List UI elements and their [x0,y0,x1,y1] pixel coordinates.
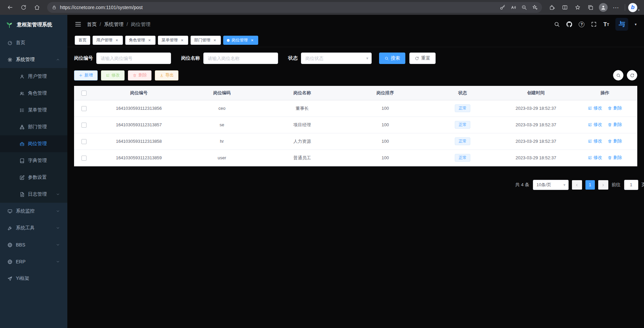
close-tab-icon[interactable]: × [114,38,119,43]
close-tab-icon[interactable]: × [212,38,217,43]
font-size-icon[interactable]: TT [603,22,609,27]
collections-icon[interactable] [584,2,597,13]
toggle-search-button[interactable] [613,70,623,80]
fullscreen-icon[interactable] [591,21,597,27]
tab-menus[interactable]: 菜单管理 × [158,36,188,45]
reset-button[interactable]: 重置 [409,53,436,64]
close-tab-icon[interactable]: × [250,38,255,43]
edit-icon [588,106,592,110]
row-checkbox[interactable] [81,139,87,144]
row-checkbox[interactable] [81,123,87,128]
main-content: 首页 / 系统管理 / 岗位管理 ? [67,15,644,328]
address-bar[interactable]: https://ccnetcore.com:1101/system/post [47,2,542,13]
breadcrumb-current: 岗位管理 [131,21,150,28]
add-favorite-icon[interactable] [530,3,540,12]
row-edit-button[interactable]: 修改 [588,138,602,144]
sidebar-item-monitor[interactable]: 系统监控 [0,203,67,220]
split-screen-icon[interactable] [559,2,571,13]
profile-avatar[interactable] [597,2,609,13]
next-page-button[interactable]: › [598,180,608,190]
browser-home-button[interactable] [31,2,43,13]
help-icon[interactable]: ? [579,22,584,27]
browser-back-button[interactable] [4,2,16,13]
header-search-icon[interactable] [554,21,560,27]
post-code-input[interactable] [96,53,171,64]
sidebar-item-label: 岗位管理 [28,141,47,147]
sidebar-item-menus[interactable]: 菜单管理 [0,102,67,119]
sidebar-item-label: 系统监控 [16,208,35,214]
pagination-total: 共 4 条 [515,182,529,188]
github-icon[interactable] [566,21,572,27]
table-row: 1641030593112313859 user 普通员工 100 正常 202… [74,150,637,166]
row-checkbox[interactable] [81,156,87,161]
close-tab-icon[interactable]: × [180,38,184,43]
select-all-checkbox[interactable] [81,91,87,96]
browser-chrome: https://ccnetcore.com:1101/system/post [0,0,644,15]
more-menu-icon[interactable]: ⋯ [610,2,622,13]
org-tree-icon [20,125,25,130]
add-button[interactable]: 新增 [74,70,98,80]
tab-roles[interactable]: 角色管理 × [125,36,156,45]
gear-icon [7,57,12,62]
user-menu-caret-icon[interactable]: ▾ [635,22,637,27]
row-edit-button[interactable]: 修改 [588,105,602,111]
sidebar-item-erp[interactable]: ERP [0,253,67,270]
sidebar-item-home[interactable]: 首页 [0,34,67,51]
search-button[interactable]: 搜索 [379,53,405,64]
sidebar-item-logs[interactable]: 日志管理 [0,186,67,203]
row-delete-button[interactable]: 删除 [608,122,622,128]
sidebar-toggle-button[interactable] [75,21,81,28]
extensions-icon[interactable] [546,2,558,13]
row-delete-button[interactable]: 删除 [608,105,622,111]
tab-posts-active[interactable]: 岗位管理 × [223,36,258,45]
edit-icon [588,123,592,127]
sidebar-item-parameters[interactable]: 参数设置 [0,169,67,186]
breadcrumb-home[interactable]: 首页 [87,21,97,28]
user-avatar[interactable]: 与 [615,18,628,31]
sidebar-item-users[interactable]: 用户管理 [0,68,67,85]
prev-page-button[interactable]: ‹ [572,180,582,190]
close-tab-icon[interactable]: × [147,38,152,43]
page-size-select[interactable]: 10条/页 ▾ [533,180,569,190]
row-delete-button[interactable]: 删除 [608,155,622,161]
sidebar-item-dictionary[interactable]: 字典管理 [0,152,67,169]
row-edit-button[interactable]: 修改 [588,122,602,128]
sidebar-item-yi-framework[interactable]: Yi框架 [0,270,67,287]
current-page-button[interactable]: 1 [585,180,595,190]
tab-home[interactable]: 首页 [75,36,90,45]
sidebar-item-tools[interactable]: 系统工具 [0,220,67,236]
post-name-input[interactable] [203,53,278,64]
sidebar-item-system[interactable]: 系统管理 [0,51,67,68]
sidebar-item-roles[interactable]: 角色管理 [0,85,67,102]
app-logo[interactable]: 意框架管理系统 [0,15,67,34]
tab-users[interactable]: 用户管理 × [93,36,123,45]
export-button[interactable]: 导出 [155,70,178,80]
breadcrumb: 首页 / 系统管理 / 岗位管理 [87,21,150,28]
zoom-icon[interactable] [519,3,529,12]
status-badge: 正常 [455,121,470,129]
read-aloud-icon[interactable] [508,3,518,12]
edit-button[interactable]: 修改 [101,70,125,80]
password-key-icon[interactable] [498,3,508,12]
table-toolbar: 新增 修改 删除 导出 [74,70,637,80]
sidebar-item-departments[interactable]: 部门管理 [0,119,67,135]
chevron-down-icon: ▾ [563,183,565,187]
sidebar-item-posts[interactable]: 岗位管理 [0,135,67,152]
row-checkbox[interactable] [81,106,87,111]
breadcrumb-system[interactable]: 系统管理 [104,21,124,28]
sidebar-item-label: 参数设置 [28,174,47,181]
row-edit-button[interactable]: 修改 [588,155,602,161]
delete-button[interactable]: 删除 [128,70,151,80]
sidebar-item-bbs[interactable]: BBS [0,236,67,253]
bing-copilot-button[interactable]: b ▾ [628,2,640,13]
sidebar-item-label: 用户管理 [28,73,47,79]
favorites-bar-icon[interactable] [572,2,584,13]
next-icon: › [602,182,604,188]
refresh-table-button[interactable] [627,70,637,80]
browser-refresh-button[interactable] [18,2,30,13]
row-delete-button[interactable]: 删除 [608,138,622,144]
tab-departments[interactable]: 部门管理 × [191,36,221,45]
jump-page-input[interactable] [624,180,638,190]
status-select[interactable] [301,53,372,64]
sidebar-item-label: 菜单管理 [28,107,47,113]
